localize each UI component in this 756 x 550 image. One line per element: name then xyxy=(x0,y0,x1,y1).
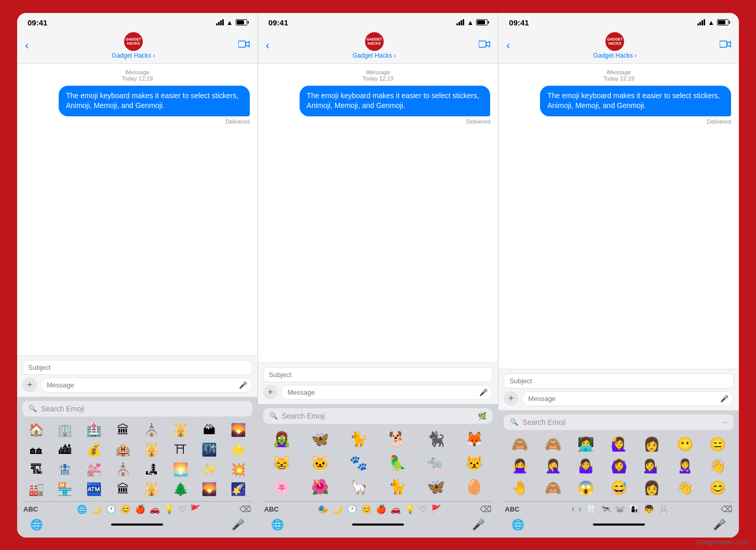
category-icon[interactable]: 🌙 xyxy=(332,504,343,514)
memoji-cell[interactable]: 🙆‍♀️ xyxy=(603,456,635,477)
emoji-cell[interactable]: 🕌 xyxy=(167,421,195,439)
search-bar-3[interactable]: 🔍 Search Emoji ··· xyxy=(504,414,734,430)
mic-kb-1[interactable]: 🎤 xyxy=(232,518,245,531)
category-icon[interactable]: 🐄 xyxy=(600,504,611,514)
memoji-cell[interactable]: 👩 xyxy=(636,434,668,455)
category-icon[interactable]: ♡ xyxy=(420,504,427,514)
mic-kb-2[interactable]: 🎤 xyxy=(472,518,485,531)
emoji-cell[interactable]: 🏔 xyxy=(196,421,224,439)
emoji-cell[interactable]: 🕌 xyxy=(138,480,166,499)
emoji-cell[interactable]: 🏭 xyxy=(22,480,50,499)
sticker-cell[interactable]: 🐈 xyxy=(340,428,377,451)
video-button-2[interactable] xyxy=(479,40,490,51)
memoji-cell[interactable]: 🙈 xyxy=(537,478,569,499)
sticker-cell[interactable]: 🐕 xyxy=(379,428,416,451)
memoji-cell[interactable]: 🤚 xyxy=(504,478,536,499)
message-input-3[interactable] xyxy=(521,391,734,406)
category-icon[interactable]: 🚗 xyxy=(390,504,401,514)
emoji-cell[interactable]: 🏛 xyxy=(109,480,137,499)
emoji-cell[interactable]: 🌃 xyxy=(196,440,224,459)
emoji-cell[interactable]: 🕌 xyxy=(138,440,166,459)
sticker-cell[interactable]: 🌸 xyxy=(263,476,301,499)
message-input-2[interactable] xyxy=(281,385,493,400)
plus-button-2[interactable]: + xyxy=(263,385,278,399)
category-icon[interactable]: 🚩 xyxy=(431,504,441,514)
emoji-cell[interactable]: 🌄 xyxy=(224,421,252,439)
emoji-cell[interactable]: 🏘 xyxy=(22,440,50,459)
subject-input-2[interactable] xyxy=(263,367,493,382)
sticker-cell[interactable]: 🌺 xyxy=(302,476,339,499)
plus-button-3[interactable]: + xyxy=(504,391,518,406)
sticker-cell[interactable]: 🦊 xyxy=(455,428,493,451)
emoji-cell[interactable]: 🏦 xyxy=(51,460,79,479)
subject-input-3[interactable] xyxy=(504,373,734,388)
emoji-cell[interactable]: 🌄 xyxy=(196,480,224,499)
category-icon[interactable]: 🚩 xyxy=(190,504,200,514)
category-icon[interactable]: 🐭 xyxy=(615,504,625,514)
category-icon[interactable]: 🚗 xyxy=(150,504,160,514)
category-icon[interactable]: › xyxy=(578,504,581,514)
globe-icon-2[interactable]: 🌐 xyxy=(271,518,284,531)
sticker-cell[interactable]: 🐈 xyxy=(379,476,416,499)
emoji-cell[interactable]: 🏗 xyxy=(22,460,50,479)
sticker-cell[interactable]: 🦜 xyxy=(379,452,416,475)
emoji-cell[interactable]: 💰 xyxy=(80,440,108,459)
category-icon[interactable]: ♡ xyxy=(179,504,186,514)
category-icon[interactable]: 💡 xyxy=(164,504,174,514)
sticker-cell[interactable]: 🥚 xyxy=(455,476,493,499)
sticker-cell[interactable]: 🦋 xyxy=(302,428,339,451)
memoji-cell[interactable]: 👩‍💻 xyxy=(570,434,602,455)
abc-button-1[interactable]: ABC xyxy=(23,505,38,513)
memoji-cell[interactable]: 🤦‍♀️ xyxy=(537,456,569,477)
subject-input-1[interactable] xyxy=(22,360,252,375)
message-input-1[interactable] xyxy=(40,378,252,393)
delete-key-2[interactable]: ⌫ xyxy=(480,504,492,514)
memoji-cell[interactable]: 🙈 xyxy=(537,434,569,455)
sticker-cell[interactable]: 🐈‍⬛ xyxy=(417,428,454,451)
emoji-cell[interactable]: 🏪 xyxy=(51,480,79,499)
emoji-cell[interactable]: 💒 xyxy=(80,460,108,479)
emoji-cell[interactable]: ✨ xyxy=(196,460,224,479)
memoji-cell[interactable]: 👩 xyxy=(636,478,668,499)
delete-key-3[interactable]: ⌫ xyxy=(721,504,733,514)
sticker-cell[interactable]: 🐀 xyxy=(417,452,454,475)
emoji-cell[interactable]: 🏧 xyxy=(80,480,108,499)
memoji-cell[interactable]: 🙅‍♀️ xyxy=(504,456,536,477)
abc-button-3[interactable]: ABC xyxy=(505,505,519,513)
emoji-cell[interactable]: 🏥 xyxy=(80,421,108,439)
category-icon[interactable]: 🌙 xyxy=(91,504,102,514)
video-button-1[interactable] xyxy=(238,40,250,51)
category-icon[interactable]: 🕐 xyxy=(347,504,357,514)
category-icon[interactable]: ‹ xyxy=(572,504,574,514)
emoji-cell[interactable]: ⛪ xyxy=(109,460,137,479)
memoji-cell[interactable]: 🙋‍♀️ xyxy=(603,434,635,455)
emoji-cell[interactable]: ⛪ xyxy=(138,421,166,439)
back-button-2[interactable]: ‹ xyxy=(266,39,269,52)
memoji-cell[interactable]: 😑 xyxy=(701,434,734,455)
category-icon[interactable]: 🌐 xyxy=(77,504,87,514)
sticker-cell[interactable]: 😾 xyxy=(455,452,493,475)
memoji-cell[interactable]: 👋 xyxy=(701,456,734,477)
sticker-cell[interactable]: 😸 xyxy=(263,452,301,475)
memoji-cell[interactable]: 👋 xyxy=(669,478,701,499)
search-bar-1[interactable]: 🔍 Search Emoji xyxy=(22,401,252,417)
memoji-cell[interactable]: 🤷‍♀️ xyxy=(570,456,602,477)
abc-button-2[interactable]: ABC xyxy=(264,505,279,513)
emoji-cell[interactable]: 🏠 xyxy=(22,421,50,439)
emoji-cell[interactable]: ⛩ xyxy=(167,440,195,459)
sticker-cell[interactable]: 🐾 xyxy=(340,452,377,475)
emoji-cell[interactable]: 🌅 xyxy=(167,460,195,479)
mic-kb-3[interactable]: 🎤 xyxy=(713,518,726,531)
sticker-cell[interactable]: 🦋 xyxy=(417,476,454,499)
emoji-cell[interactable]: 🏞 xyxy=(138,460,166,479)
emoji-cell[interactable]: ⭐ xyxy=(224,440,252,459)
back-button-1[interactable]: ‹ xyxy=(25,39,29,52)
back-button-3[interactable]: ‹ xyxy=(506,39,510,52)
search-bar-2[interactable]: 🔍 Search Emoji 🌿 xyxy=(263,408,493,424)
category-icon[interactable]: 👩‍👦 xyxy=(629,504,640,514)
emoji-cell[interactable]: 🏨 xyxy=(109,440,137,459)
memoji-cell[interactable]: 😱 xyxy=(570,478,602,499)
emoji-cell[interactable]: 🌠 xyxy=(224,480,252,499)
emoji-cell[interactable]: 🏛 xyxy=(109,421,137,439)
category-icon[interactable]: 🐰 xyxy=(658,504,669,514)
